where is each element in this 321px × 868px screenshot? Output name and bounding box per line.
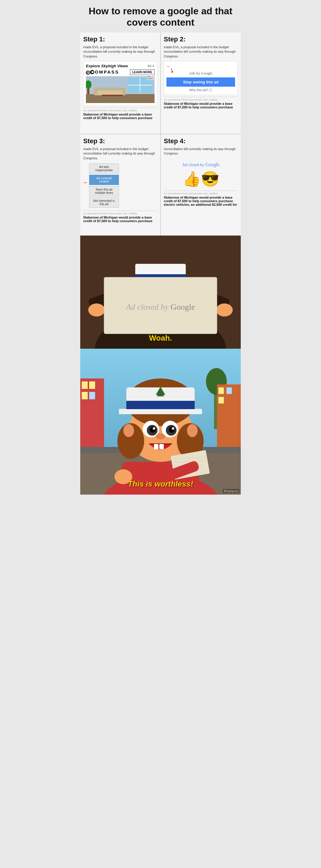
step-1-ad-icons[interactable]: Ad ✕ (148, 64, 154, 68)
svg-rect-44 (82, 381, 88, 389)
step-2-panel: ← Ads by Google Stop seeing this ad ➘ Wh… (164, 61, 238, 95)
step-3-box: Step 3: made EVs, a proposal included in… (80, 134, 160, 236)
menu-item-multiple-times[interactable]: Seen this ad multiple times (89, 186, 119, 196)
compass-logo: ØCOMPASS (86, 69, 94, 75)
page-title: How to remove a google ad that covers co… (80, 0, 241, 32)
ad-icon: Ad (148, 64, 151, 68)
step-3-menu: → Ad was inappropriate Ad covered conten… (89, 163, 157, 208)
step-1-ad-title: Explore Skyhigh Views (86, 64, 128, 68)
menu-item-covered[interactable]: Ad covered content (89, 175, 119, 185)
compass-text: COMPASS (90, 70, 94, 74)
meme-paper-section: Ad closed by Google Woah. (80, 236, 241, 349)
meme2-svg (80, 349, 241, 495)
menu-item-inappropriate[interactable]: Ad was inappropriate (89, 163, 119, 174)
woah-text: Woah. (149, 334, 172, 343)
stop-btn-container: Stop seeing this ad ➘ (167, 78, 235, 87)
back-arrow[interactable]: ← (167, 64, 235, 69)
paper-google-text: Google (171, 302, 195, 311)
paper-text-container: Ad closed by Google (104, 283, 217, 331)
x-icon-badge: Ad✕ (147, 77, 154, 80)
step-2-faded: An amendment from Democratic Sen. Debbie (164, 97, 238, 101)
svg-point-33 (216, 303, 233, 316)
ads-by-text: Ads by Google (189, 71, 213, 75)
ads-by-google: Ads by Google (167, 71, 235, 75)
svg-rect-46 (82, 392, 88, 399)
step-2-box: Step 2: made EVs, a proposal included in… (161, 32, 241, 134)
step-4-bold: Stabenow of Michigan would provide a bas… (164, 196, 238, 206)
svg-rect-49 (218, 388, 224, 394)
svg-point-76 (156, 434, 165, 439)
ad-closed-label: Ad closed by (182, 163, 204, 167)
step-1-box: Step 1: made EVs, a proposal included in… (80, 32, 160, 134)
svg-rect-61 (126, 401, 195, 409)
paper-text-part1: Ad closed by (126, 302, 171, 311)
step-1-pretext: made EVs, a proposal included in the bud… (83, 45, 157, 59)
svg-rect-7 (94, 88, 97, 95)
svg-rect-78 (159, 444, 164, 450)
thumbs-up-emoji: 👍😎 (164, 170, 238, 188)
step-4-pretext: reconciliation bill currently making its… (164, 147, 238, 156)
step-1-faded: An amendment from Democratic Sen. Debbie (83, 107, 157, 112)
ad-closed-text: Ad closed by Google (164, 162, 238, 167)
step-2-pretext: made EVs, a proposal included in the bud… (164, 45, 238, 59)
svg-rect-51 (218, 397, 224, 403)
svg-point-66 (123, 424, 134, 437)
svg-point-73 (169, 427, 175, 433)
svg-rect-48 (217, 384, 241, 453)
close-icon[interactable]: ✕ (152, 64, 154, 68)
step-1-ad-image: ➘ Ad✕ (86, 76, 154, 103)
step-4-faded: An amendment from Democratic Sen. Debbie (164, 191, 238, 195)
svg-point-75 (172, 427, 174, 430)
svg-rect-77 (154, 444, 158, 450)
svg-point-31 (88, 303, 105, 316)
step-3-bold: Stabenow of Michigan would provide a bas… (83, 216, 157, 223)
step-3-faded: An amendment from Democratic Sen. Debbie (83, 211, 157, 215)
menu-item-not-interested[interactable]: Not interested in this ad (89, 197, 119, 208)
step-4-label: Step 4: (164, 137, 238, 145)
ifunny-watermark: iFunny.co (223, 489, 239, 493)
paper-ad-closed-text: Ad closed by Google (126, 302, 195, 312)
stop-seeing-button[interactable]: Stop seeing this ad (167, 78, 235, 87)
step-3-pretext: made EVs, a proposal included in the bud… (83, 147, 157, 160)
steps-grid: Step 1: made EVs, a proposal included in… (80, 32, 241, 236)
step-4-box: Step 4: reconciliation bill currently ma… (161, 134, 241, 236)
svg-point-72 (150, 427, 156, 433)
svg-rect-6 (94, 88, 126, 91)
why-this-ad[interactable]: Why this ad? ⓘ (167, 88, 235, 92)
ad-image-svg (86, 76, 154, 103)
svg-rect-8 (122, 88, 126, 95)
svg-rect-45 (89, 381, 95, 389)
svg-rect-47 (89, 392, 95, 399)
svg-rect-43 (80, 378, 104, 453)
red-arrow-3: → (82, 179, 88, 186)
step-1-bold: Stabenow of Michigan would provide a bas… (83, 113, 157, 120)
svg-point-74 (153, 427, 155, 430)
compass-row: ØCOMPASS LEARN MORE (86, 69, 154, 75)
svg-rect-9 (102, 95, 123, 96)
ad-image-inner (86, 76, 154, 103)
character-section: This is worthless! iFunny.co (80, 349, 241, 495)
compass-o: Ø (86, 70, 90, 75)
step-2-label: Step 2: (164, 35, 238, 43)
learn-more-button[interactable]: LEARN MORE (130, 69, 154, 75)
step-2-bold: Stabenow of Michigan would provide a bas… (164, 102, 238, 109)
svg-rect-60 (119, 409, 202, 414)
step-1-label: Step 1: (83, 35, 157, 43)
step-3-label: Step 3: (83, 137, 157, 145)
step-1-ad-box: Explore Skyhigh Views Ad ✕ ØCOMPASS LEAR… (83, 61, 157, 106)
svg-rect-50 (226, 388, 232, 394)
step-1-ad-header: Explore Skyhigh Views Ad ✕ (86, 64, 154, 68)
ad-closed-google: Google (205, 162, 219, 167)
svg-point-67 (187, 424, 198, 437)
worthless-text: This is worthless! (128, 479, 193, 489)
